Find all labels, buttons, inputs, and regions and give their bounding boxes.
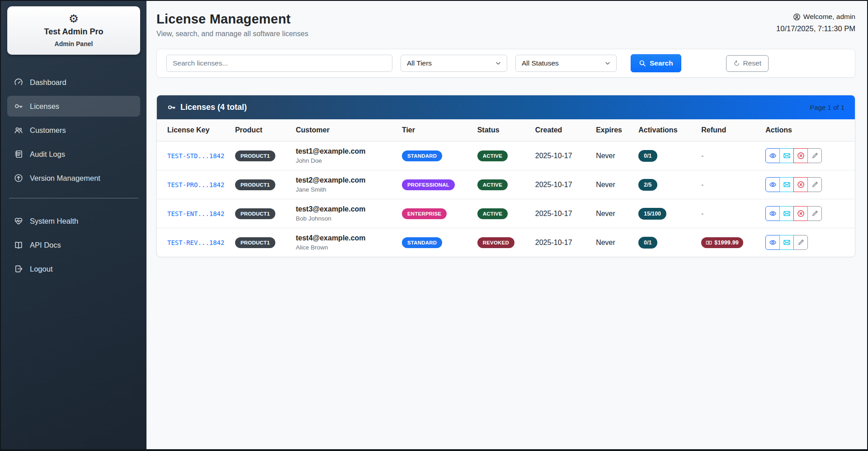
expires-cell: Never bbox=[596, 228, 638, 257]
edit-license-button[interactable] bbox=[793, 235, 808, 250]
column-header-customer: Customer bbox=[296, 119, 402, 141]
edit-license-button[interactable] bbox=[807, 206, 822, 221]
customer-email: test2@example.com bbox=[296, 176, 397, 184]
email-license-button[interactable] bbox=[779, 206, 794, 221]
main-content: License Management View, search, and man… bbox=[146, 1, 867, 449]
sidebar-item-label: API Docs bbox=[30, 241, 61, 249]
license-key-link[interactable]: TEST-ENT...1842 bbox=[167, 210, 224, 217]
view-license-button[interactable] bbox=[765, 148, 780, 163]
sidebar-item-label: Customers bbox=[30, 126, 66, 135]
welcome-text: Welcome, admin bbox=[803, 13, 855, 21]
reset-button-label: Reset bbox=[743, 59, 762, 67]
book-icon bbox=[14, 240, 23, 249]
page-subtitle: View, search, and manage all software li… bbox=[156, 30, 308, 38]
edit-license-button[interactable] bbox=[807, 148, 822, 163]
expires-cell: Never bbox=[596, 141, 638, 170]
page-title: License Management bbox=[156, 12, 308, 27]
revoke-license-button[interactable] bbox=[793, 177, 808, 192]
created-cell: 2025-10-17 bbox=[535, 170, 596, 199]
page-info: Page 1 of 1 bbox=[810, 103, 844, 111]
license-key-link[interactable]: TEST-REV...1842 bbox=[167, 239, 224, 246]
refund-empty: - bbox=[701, 152, 703, 160]
status-filter-select[interactable]: All Statuses bbox=[515, 55, 617, 72]
status-filter-value: All Statuses bbox=[522, 59, 559, 67]
status-badge: ACTIVE bbox=[477, 150, 508, 161]
eye-icon bbox=[769, 152, 777, 160]
customer-cell: test4@example.comAlice Brown bbox=[296, 228, 402, 257]
status-cell: ACTIVE bbox=[477, 141, 535, 170]
eye-icon bbox=[769, 181, 777, 188]
tier-cell: STANDARD bbox=[402, 141, 477, 170]
customer-name: Bob Johnson bbox=[296, 215, 397, 222]
people-icon bbox=[14, 126, 23, 135]
column-header-tier: Tier bbox=[402, 119, 477, 141]
timestamp: 10/17/2025, 7:11:30 PM bbox=[776, 24, 855, 33]
search-icon bbox=[639, 60, 646, 67]
eye-icon bbox=[769, 210, 777, 217]
app-title: Test Admin Pro bbox=[12, 27, 136, 37]
column-header-refund: Refund bbox=[701, 119, 765, 141]
column-header-created: Created bbox=[535, 119, 596, 141]
envelope-icon bbox=[783, 181, 791, 188]
customer-cell: test3@example.comBob Johnson bbox=[296, 199, 402, 228]
edit-license-button[interactable] bbox=[807, 177, 822, 192]
sidebar-item-api-docs[interactable]: API Docs bbox=[7, 235, 140, 255]
app-subtitle: Admin Panel bbox=[12, 40, 136, 47]
heart-pulse-icon bbox=[14, 216, 23, 226]
envelope-icon bbox=[783, 210, 791, 217]
box-arrow-right-icon bbox=[14, 264, 23, 273]
person-circle-icon bbox=[793, 13, 801, 21]
view-license-button[interactable] bbox=[765, 206, 780, 221]
email-license-button[interactable] bbox=[779, 177, 794, 192]
revoke-license-button[interactable] bbox=[793, 148, 808, 163]
page-header: License Management View, search, and man… bbox=[156, 12, 855, 38]
license-key-link[interactable]: TEST-STD...1842 bbox=[167, 152, 224, 160]
sidebar-item-audit-logs[interactable]: Audit Logs bbox=[7, 144, 140, 164]
sidebar-item-logout[interactable]: Logout bbox=[7, 258, 140, 279]
view-license-button[interactable] bbox=[765, 177, 780, 192]
refund-empty: - bbox=[701, 210, 703, 217]
tier-badge: PROFESSIONAL bbox=[402, 179, 455, 190]
sidebar-item-customers[interactable]: Customers bbox=[7, 120, 140, 141]
status-badge: REVOKED bbox=[477, 237, 514, 248]
customer-email: test1@example.com bbox=[296, 147, 397, 155]
pencil-icon bbox=[811, 210, 819, 217]
product-badge: PRODUCT1 bbox=[235, 237, 275, 248]
welcome-line: Welcome, admin bbox=[776, 13, 855, 21]
key-icon bbox=[14, 102, 23, 111]
activations-cell: 0/1 bbox=[638, 141, 701, 170]
journal-icon bbox=[14, 150, 23, 159]
product-cell: PRODUCT1 bbox=[235, 141, 296, 170]
sidebar-item-licenses[interactable]: Licenses bbox=[7, 96, 140, 117]
column-header-license-key: License Key bbox=[157, 119, 235, 141]
refund-cell: - bbox=[701, 170, 765, 199]
activations-badge: 0/1 bbox=[638, 150, 657, 162]
licenses-table: License KeyProductCustomerTierStatusCrea… bbox=[157, 119, 855, 257]
product-badge: PRODUCT1 bbox=[235, 150, 275, 161]
product-cell: PRODUCT1 bbox=[235, 228, 296, 257]
email-license-button[interactable] bbox=[779, 148, 794, 163]
reset-button[interactable]: Reset bbox=[726, 55, 769, 72]
key-icon bbox=[167, 103, 176, 112]
revoke-license-button[interactable] bbox=[793, 206, 808, 221]
expires-cell: Never bbox=[596, 199, 638, 228]
email-license-button[interactable] bbox=[779, 235, 794, 250]
sidebar-item-label: System Health bbox=[30, 217, 78, 226]
customer-email: test3@example.com bbox=[296, 205, 397, 213]
customer-email: test4@example.com bbox=[296, 234, 397, 242]
sidebar-nav: DashboardLicensesCustomersAudit LogsVers… bbox=[7, 72, 140, 279]
tier-filter-select[interactable]: All Tiers bbox=[401, 55, 507, 72]
search-input[interactable] bbox=[166, 55, 392, 72]
envelope-icon bbox=[783, 152, 791, 160]
license-key-link[interactable]: TEST-PRO...1842 bbox=[167, 181, 224, 188]
licenses-panel-title: Licenses (4 total) bbox=[180, 103, 247, 112]
customer-name: Alice Brown bbox=[296, 244, 397, 251]
sidebar-item-label: Version Management bbox=[30, 174, 100, 183]
search-button[interactable]: Search bbox=[631, 54, 681, 72]
created-cell: 2025-10-17 bbox=[535, 141, 596, 170]
view-license-button[interactable] bbox=[765, 235, 780, 250]
sidebar-item-version-management[interactable]: Version Management bbox=[7, 168, 140, 188]
sidebar-item-dashboard[interactable]: Dashboard bbox=[7, 72, 140, 93]
actions-cell bbox=[765, 170, 855, 199]
sidebar-item-system-health[interactable]: System Health bbox=[7, 211, 140, 231]
